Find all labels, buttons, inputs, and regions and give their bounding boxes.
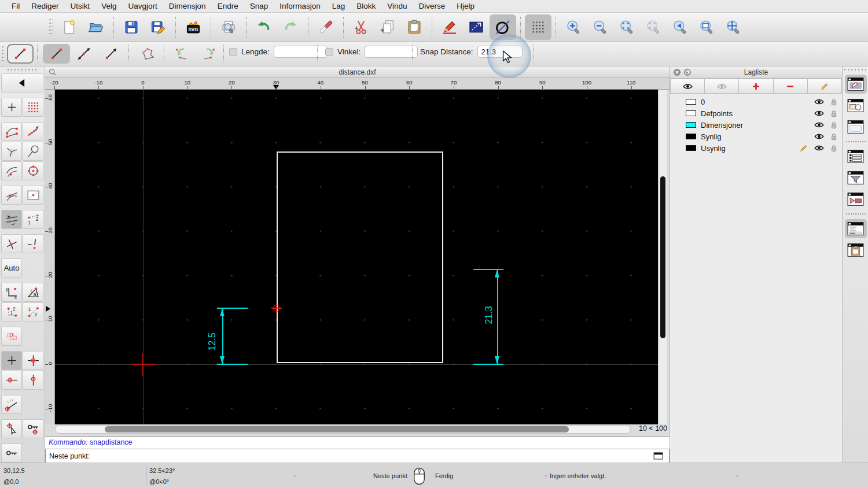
snap-endpoints-button[interactable] xyxy=(1,122,22,141)
layer-row[interactable]: Dimensjoner xyxy=(670,119,842,131)
order-selection-button[interactable] xyxy=(463,14,490,40)
float-panel-button[interactable] xyxy=(683,68,692,76)
menu-snap[interactable]: Snap xyxy=(244,0,274,13)
restrict-vertical-button[interactable] xyxy=(23,371,43,390)
add-layer-button[interactable] xyxy=(739,79,773,94)
dock-clipboard-button[interactable] xyxy=(845,241,867,260)
coord-cartesian-button[interactable]: yx xyxy=(1,283,22,302)
polyline-redo-button[interactable] xyxy=(195,44,222,64)
lock-icon[interactable] xyxy=(830,132,837,141)
pencil-icon[interactable] xyxy=(800,144,808,152)
dock-projection-button[interactable] xyxy=(845,190,867,209)
zoom-select-button[interactable] xyxy=(640,14,667,40)
copy-button[interactable] xyxy=(374,14,401,40)
lengde-checkbox[interactable] xyxy=(229,48,237,56)
menu-lag[interactable]: Lag xyxy=(326,0,351,13)
eye-icon[interactable] xyxy=(814,121,824,128)
layer-row[interactable]: Usynlig xyxy=(670,142,842,154)
dock-library-button[interactable] xyxy=(845,117,867,136)
zoom-out-button[interactable] xyxy=(587,14,613,40)
grid-toggle-button[interactable] xyxy=(525,14,551,40)
zoom-pan-button[interactable] xyxy=(720,14,746,40)
menu-rediger[interactable]: Rediger xyxy=(25,0,64,13)
eye-icon[interactable] xyxy=(814,98,824,105)
vinkel-input[interactable] xyxy=(365,46,418,58)
save-button[interactable] xyxy=(118,14,145,40)
dock-command-button[interactable] xyxy=(845,219,867,238)
vertical-scrollbar[interactable] xyxy=(658,90,667,424)
export-svg-button[interactable]: SVG xyxy=(180,14,207,40)
snap-distance-input[interactable]: 21.3 xyxy=(477,46,523,58)
save-as-button[interactable] xyxy=(145,14,171,40)
layer-color-swatch[interactable] xyxy=(686,145,696,151)
lock-icon[interactable] xyxy=(830,109,837,118)
remove-layer-button[interactable] xyxy=(774,79,808,94)
dock-handle[interactable] xyxy=(843,68,868,72)
menu-velg[interactable]: Velg xyxy=(95,0,122,13)
line-angle-button[interactable] xyxy=(70,44,97,64)
menu-diverse[interactable]: Diverse xyxy=(413,0,451,13)
set-relative-zero-button[interactable] xyxy=(1,419,22,438)
polyline-undo-button[interactable] xyxy=(168,44,195,64)
modify-layer-button[interactable] xyxy=(808,79,842,94)
drawing-titlebar[interactable]: distance.dxf xyxy=(45,66,670,78)
zoom-in-button[interactable] xyxy=(560,14,587,40)
lock-icon[interactable] xyxy=(830,98,837,106)
close-panel-button[interactable] xyxy=(673,68,681,76)
menu-informasjon[interactable]: Informasjon xyxy=(274,0,326,13)
redo-button[interactable] xyxy=(277,14,304,40)
cut-button[interactable] xyxy=(348,14,374,40)
layer-color-swatch[interactable] xyxy=(686,122,696,128)
unlock-relative-zero-button[interactable] xyxy=(1,443,22,463)
menu-uavgjort[interactable]: Uavgjort xyxy=(123,0,163,13)
lock-icon[interactable] xyxy=(830,144,837,153)
pen-attributes-button[interactable] xyxy=(436,14,463,40)
dimension-line[interactable] xyxy=(497,269,498,364)
dock-block-list-button[interactable] xyxy=(845,96,867,115)
hide-all-layers-button[interactable] xyxy=(705,79,739,94)
dock-filter-button[interactable] xyxy=(845,168,867,187)
restrict-horizontal-button[interactable] xyxy=(1,371,22,390)
menu-hjelp[interactable]: Hjelp xyxy=(451,0,480,13)
dock-layer-list-button[interactable] xyxy=(845,75,867,94)
coord-polar-button[interactable]: ra xyxy=(23,283,43,302)
lock-icon[interactable] xyxy=(830,121,837,130)
snap-tangent-button[interactable] xyxy=(1,186,22,205)
zoom-auto-button[interactable] xyxy=(613,14,640,40)
snap-manual-1-2-button[interactable]: 12 xyxy=(23,210,43,229)
snap-reference-button[interactable] xyxy=(1,327,22,346)
vertical-scrollbar-thumb[interactable] xyxy=(660,176,665,338)
restrict-nothing-button[interactable] xyxy=(23,186,43,205)
line-two-points-button[interactable] xyxy=(43,44,70,64)
draft-mode-button[interactable] xyxy=(490,14,516,40)
delete-eraser-button[interactable] xyxy=(312,14,339,40)
polygon-freehand-button[interactable] xyxy=(134,44,161,64)
menu-vindu[interactable]: Vindu xyxy=(381,0,413,13)
menu-fil[interactable]: Fil xyxy=(6,0,25,13)
show-all-layers-button[interactable] xyxy=(670,79,705,94)
restrict-orthogonal-button[interactable] xyxy=(23,351,43,370)
toolbar-handle[interactable] xyxy=(1,45,5,62)
open-file-button[interactable] xyxy=(83,14,109,40)
eye-icon[interactable] xyxy=(814,110,824,117)
zoom-previous-button[interactable] xyxy=(667,14,693,40)
dock-entity-list-button[interactable] xyxy=(845,147,867,166)
horizontal-scrollbar[interactable] xyxy=(55,425,631,434)
snap-crossing-button[interactable] xyxy=(1,234,22,253)
snap-alert-button[interactable] xyxy=(23,234,43,253)
vinkel-checkbox[interactable] xyxy=(325,48,333,56)
layer-color-swatch[interactable] xyxy=(686,134,696,139)
layer-color-swatch[interactable] xyxy=(686,110,696,116)
back-button[interactable] xyxy=(1,73,43,93)
snap-distance-button[interactable] xyxy=(1,161,22,180)
new-file-button[interactable] xyxy=(56,14,83,40)
rectangle-entity[interactable] xyxy=(277,151,443,363)
undo-button[interactable] xyxy=(251,14,277,40)
snap-center-button[interactable] xyxy=(1,142,22,161)
lengde-input[interactable] xyxy=(274,46,327,58)
eye-icon[interactable] xyxy=(814,145,824,151)
print-preview-button[interactable] xyxy=(215,14,242,40)
zoom-window-button[interactable] xyxy=(693,14,720,40)
toolbar-handle[interactable] xyxy=(49,18,53,36)
command-input[interactable]: Neste punkt: xyxy=(45,449,670,464)
